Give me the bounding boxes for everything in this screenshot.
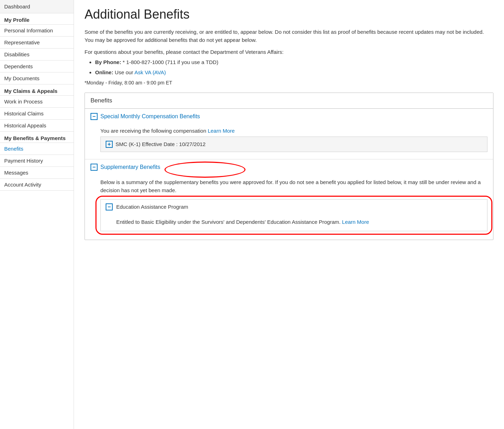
benefits-panel-header: Benefits (85, 93, 493, 109)
learn-more-special-monthly[interactable]: Learn More (208, 128, 235, 134)
ask-va-link[interactable]: Ask VA (AVA) (135, 69, 166, 75)
sidebar-item-messages[interactable]: Messages (0, 167, 74, 179)
sidebar-item-my-documents[interactable]: My Documents (0, 72, 74, 84)
benefit-body-special-monthly: You are receiving the following compensa… (85, 124, 493, 159)
contact-phone-label: By Phone: (95, 59, 121, 65)
contact-phone-number: * 1-800-827-1000 (711 if you use a TDD) (123, 59, 218, 65)
benefit-body-supplementary: Below is a summary of the supplementary … (85, 175, 493, 240)
sidebar-item-benefits[interactable]: Benefits (0, 143, 74, 155)
education-assistance-label: Education Assistance Program (116, 203, 188, 211)
contact-online-text: Use our (115, 69, 135, 75)
benefit-section-special-monthly: − Special Monthly Compensation Benefits … (85, 109, 493, 159)
benefit-row-supplementary: − Supplementary Benefits (85, 159, 493, 175)
contact-phone-item: By Phone: * 1-800-827-1000 (711 if you u… (95, 58, 493, 67)
sidebar-section-header-benefits: My Benefits & Payments (0, 132, 74, 143)
contact-list: By Phone: * 1-800-827-1000 (711 if you u… (95, 58, 493, 76)
sidebar: Dashboard My Profile Personal Informatio… (0, 0, 74, 429)
education-assistance-wrapper: − Education Assistance Program Entitled … (100, 199, 487, 231)
toggle-icon-smc[interactable]: + (106, 141, 113, 148)
sidebar-section-header-profile: My Profile (0, 13, 74, 25)
education-assistance-box: − Education Assistance Program Entitled … (100, 199, 487, 231)
sidebar-item-disabilities[interactable]: Disabilities (0, 49, 74, 61)
sidebar-item-historical-claims[interactable]: Historical Claims (0, 108, 74, 120)
sidebar-item-representative[interactable]: Representative (0, 37, 74, 49)
toggle-icon-education[interactable]: − (106, 203, 113, 210)
contact-intro: For questions about your benefits, pleas… (85, 49, 493, 55)
sidebar-item-work-in-process[interactable]: Work in Process (0, 96, 74, 108)
education-assistance-body: Entitled to Basic Eligibility under the … (101, 215, 487, 231)
education-body-text: Entitled to Basic Eligibility under the … (116, 219, 341, 225)
education-assistance-header: − Education Assistance Program (101, 200, 487, 215)
benefit-title-supplementary[interactable]: Supplementary Benefits (100, 164, 160, 170)
compensation-text: You are receiving the following compensa… (100, 128, 206, 134)
toggle-icon-special-monthly[interactable]: − (91, 113, 98, 120)
main-content: Additional Benefits Some of the benefits… (74, 0, 504, 429)
benefit-title-special-monthly[interactable]: Special Monthly Compensation Benefits (100, 113, 200, 120)
benefit-row-special-monthly: − Special Monthly Compensation Benefits (85, 109, 493, 124)
smc-label: SMC (K-1) Effective Date : 10/27/2012 (116, 140, 206, 149)
page-title: Additional Benefits (85, 7, 493, 22)
sidebar-item-historical-appeals[interactable]: Historical Appeals (0, 120, 74, 132)
smc-row: + SMC (K-1) Effective Date : 10/27/2012 (100, 137, 487, 152)
intro-paragraph: Some of the benefits you are currently r… (85, 28, 493, 44)
sidebar-item-dashboard[interactable]: Dashboard (0, 0, 74, 13)
sidebar-item-dependents[interactable]: Dependents (0, 61, 74, 72)
supplementary-body-text: Below is a summary of the supplementary … (100, 178, 487, 194)
hours-note: *Monday - Friday, 8:00 am - 9:00 pm ET (85, 80, 493, 86)
sidebar-item-account-activity[interactable]: Account Activity (0, 179, 74, 191)
benefits-panel: Benefits − Special Monthly Compensation … (85, 93, 493, 240)
benefit-section-supplementary: − Supplementary Benefits Below is a summ… (85, 159, 493, 240)
sidebar-item-personal-information[interactable]: Personal Information (0, 25, 74, 37)
contact-online-label: Online: (95, 69, 113, 75)
sidebar-item-payment-history[interactable]: Payment History (0, 155, 74, 167)
learn-more-education[interactable]: Learn More (342, 219, 369, 225)
toggle-icon-supplementary[interactable]: − (91, 164, 98, 171)
sidebar-section-header-claims: My Claims & Appeals (0, 84, 74, 96)
contact-online-item: Online: Use our Ask VA (AVA) (95, 69, 493, 77)
